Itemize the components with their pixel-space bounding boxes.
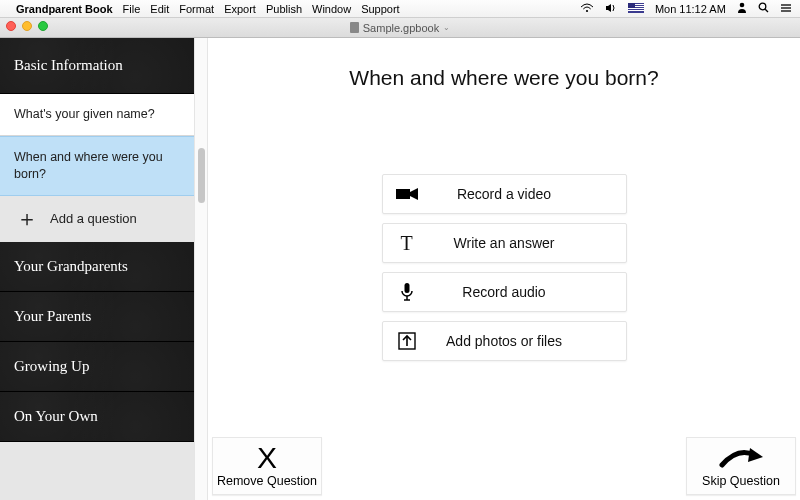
add-files-button[interactable]: Add photos or files	[382, 321, 627, 361]
section-basic-information[interactable]: Basic Information	[0, 38, 194, 94]
section-on-your-own[interactable]: On Your Own	[0, 392, 194, 442]
question-item-selected[interactable]: When and where were you born?	[0, 136, 194, 196]
svg-point-8	[759, 3, 766, 10]
menu-icon[interactable]	[780, 3, 792, 15]
minimize-icon[interactable]	[22, 21, 32, 31]
skip-label: Skip Question	[702, 474, 780, 488]
x-icon: X	[257, 444, 277, 472]
volume-icon[interactable]	[605, 3, 620, 15]
user-icon[interactable]	[737, 3, 750, 15]
mic-icon	[383, 282, 431, 302]
svg-line-9	[765, 9, 768, 12]
action-label: Record a video	[431, 186, 626, 202]
flag-icon[interactable]	[628, 3, 647, 15]
document-name: Sample.gpbook	[363, 22, 439, 34]
menu-publish[interactable]: Publish	[266, 3, 302, 15]
add-question-label: Add a question	[50, 211, 137, 226]
document-title[interactable]: Sample.gpbook ⌄	[350, 22, 450, 34]
sidebar: Basic Information What's your given name…	[0, 38, 194, 500]
svg-rect-5	[628, 10, 644, 11]
menu-export[interactable]: Export	[224, 3, 256, 15]
section-your-parents[interactable]: Your Parents	[0, 292, 194, 342]
app-name[interactable]: Grandparent Book	[16, 3, 113, 15]
window-titlebar: Sample.gpbook ⌄	[0, 18, 800, 38]
arrow-right-icon	[718, 445, 764, 472]
document-icon	[350, 22, 359, 33]
sidebar-scrollbar[interactable]	[194, 38, 208, 500]
menubar-status: Mon 11:12 AM	[572, 2, 792, 15]
menu-support[interactable]: Support	[361, 3, 400, 15]
section-growing-up[interactable]: Growing Up	[0, 342, 194, 392]
svg-rect-6	[628, 3, 635, 8]
svg-point-0	[586, 10, 588, 12]
menu-file[interactable]: File	[123, 3, 141, 15]
upload-icon	[383, 332, 431, 350]
answer-actions: Record a video T Write an answer Record …	[382, 174, 627, 361]
text-icon: T	[383, 232, 431, 255]
action-label: Write an answer	[431, 235, 626, 251]
write-answer-button[interactable]: T Write an answer	[382, 223, 627, 263]
remove-question-button[interactable]: X Remove Question	[212, 437, 322, 495]
mac-menubar: Grandparent Book File Edit Format Export…	[0, 0, 800, 18]
main-panel: When and where were you born? Record a v…	[208, 38, 800, 500]
svg-rect-14	[404, 283, 409, 293]
svg-rect-13	[396, 189, 410, 199]
menubar-clock[interactable]: Mon 11:12 AM	[655, 3, 726, 15]
action-label: Record audio	[431, 284, 626, 300]
chevron-down-icon: ⌄	[443, 23, 450, 32]
question-item[interactable]: What's your given name?	[0, 94, 194, 136]
menu-format[interactable]: Format	[179, 3, 214, 15]
svg-rect-4	[628, 8, 644, 9]
video-icon	[383, 187, 431, 201]
zoom-icon[interactable]	[38, 21, 48, 31]
skip-question-button[interactable]: Skip Question	[686, 437, 796, 495]
scrollbar-thumb[interactable]	[198, 148, 205, 203]
question-title: When and where were you born?	[208, 66, 800, 90]
svg-point-7	[740, 3, 745, 8]
wifi-icon[interactable]	[580, 3, 597, 15]
record-audio-button[interactable]: Record audio	[382, 272, 627, 312]
menu-window[interactable]: Window	[312, 3, 351, 15]
add-question-button[interactable]: ＋ Add a question	[0, 196, 194, 242]
close-icon[interactable]	[6, 21, 16, 31]
action-label: Add photos or files	[431, 333, 626, 349]
section-your-grandparents[interactable]: Your Grandparents	[0, 242, 194, 292]
remove-label: Remove Question	[217, 474, 317, 488]
search-icon[interactable]	[758, 3, 772, 15]
record-video-button[interactable]: Record a video	[382, 174, 627, 214]
window-controls	[6, 21, 48, 31]
menu-edit[interactable]: Edit	[150, 3, 169, 15]
